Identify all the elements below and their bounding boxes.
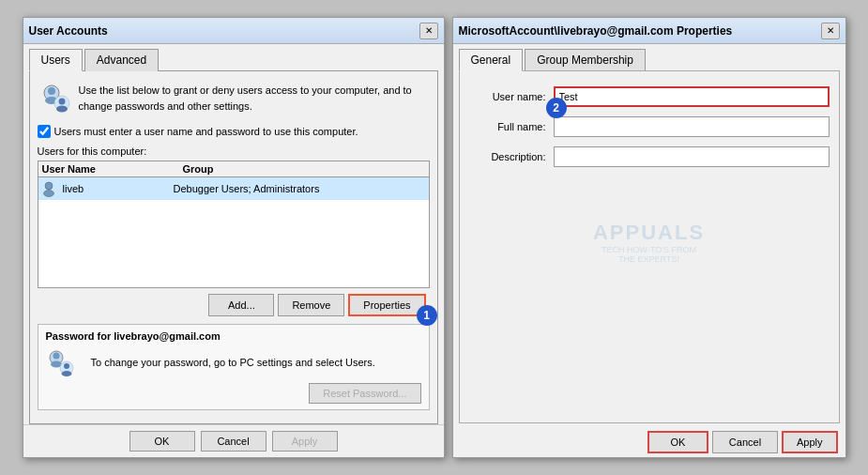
remove-button[interactable]: Remove: [278, 294, 344, 316]
description-row: Description:: [469, 146, 830, 167]
watermark-line1: APPUALS: [593, 221, 705, 245]
left-tab-bar: Users Advanced: [23, 44, 444, 70]
tab-general[interactable]: General: [459, 49, 524, 71]
left-ok-button[interactable]: OK: [129, 431, 195, 452]
username-input[interactable]: [554, 86, 830, 107]
fullname-input[interactable]: [554, 116, 830, 137]
right-cancel-button[interactable]: Cancel: [712, 431, 778, 453]
badge-2: 2: [546, 98, 567, 118]
row-group: Debugger Users; Administrators: [174, 183, 425, 194]
left-title-buttons: ✕: [419, 23, 438, 39]
left-apply-button[interactable]: Apply: [272, 431, 338, 452]
left-tab-content: Use the list below to grant or deny user…: [29, 70, 438, 424]
svg-point-6: [45, 182, 53, 190]
properties-dialog: MicrosoftAccount\livebrayo@gmail.com Pro…: [452, 17, 846, 458]
table-action-buttons: Add... Remove Properties 1: [38, 294, 430, 316]
right-bottom-buttons: OK Cancel Apply: [453, 427, 845, 457]
left-close-button[interactable]: ✕: [419, 23, 438, 39]
password-text: To change your password, go to PC settin…: [91, 357, 421, 368]
left-dialog-title: User Accounts: [29, 24, 108, 38]
header-group: Group: [183, 163, 425, 175]
users-table: User Name Group liveb Debugger Users; Ad…: [38, 161, 430, 288]
tab-users[interactable]: Users: [29, 49, 83, 71]
row-username: liveb: [63, 183, 84, 194]
appuals-watermark: APPUALS TECH HOW-TO'S FROM THE EXPERTS!: [593, 221, 705, 264]
svg-point-5: [56, 106, 68, 113]
user-icon: [41, 83, 71, 113]
left-bottom-buttons: OK Cancel Apply: [23, 424, 444, 457]
left-cancel-button[interactable]: Cancel: [201, 431, 266, 452]
fullname-row: Full name:: [469, 116, 830, 137]
username-label: User name:: [469, 91, 554, 102]
svg-point-7: [43, 191, 53, 197]
left-title-bar: User Accounts ✕: [23, 18, 444, 44]
info-text: Use the list below to grant or deny user…: [79, 83, 426, 114]
header-username: User Name: [42, 163, 183, 175]
svg-point-1: [48, 87, 55, 95]
password-icon: [46, 347, 76, 377]
tab-group-membership[interactable]: Group Membership: [525, 49, 646, 71]
checkbox-row: Users must enter a user name and passwor…: [38, 125, 430, 138]
description-label: Description:: [469, 151, 554, 162]
username-row: User name: 2: [469, 86, 830, 107]
desktop: User Accounts ✕ Users Advanced: [0, 0, 868, 475]
must-login-checkbox[interactable]: [38, 125, 51, 138]
password-title: Password for livebrayo@gmail.com: [46, 330, 421, 342]
close-icon: ✕: [425, 25, 433, 36]
tab-advanced[interactable]: Advanced: [84, 49, 159, 71]
right-title-bar: MicrosoftAccount\livebrayo@gmail.com Pro…: [453, 18, 845, 44]
users-section-label: Users for this computer:: [38, 146, 430, 157]
fullname-label: Full name:: [469, 121, 554, 132]
right-apply-button[interactable]: Apply: [782, 431, 838, 453]
right-tab-bar: General Group Membership: [453, 44, 845, 70]
password-section: Password for livebrayo@gmail.com To chan…: [38, 324, 430, 410]
svg-point-9: [53, 353, 59, 360]
properties-button[interactable]: Properties: [348, 294, 425, 316]
table-row[interactable]: liveb Debugger Users; Administrators: [38, 177, 429, 200]
reset-password-button[interactable]: Reset Password...: [309, 383, 420, 404]
info-box: Use the list below to grant or deny user…: [38, 79, 430, 117]
table-header: User Name Group: [38, 161, 429, 177]
watermark-line3: THE EXPERTS!: [593, 254, 705, 264]
add-button[interactable]: Add...: [208, 294, 274, 316]
badge-1: 1: [417, 305, 437, 326]
right-dialog-title: MicrosoftAccount\livebrayo@gmail.com Pro…: [459, 24, 733, 38]
checkbox-label: Users must enter a user name and passwor…: [54, 126, 358, 137]
right-title-buttons: ✕: [821, 23, 840, 39]
row-user-icon: [42, 180, 59, 197]
description-input[interactable]: [554, 146, 830, 167]
right-close-button[interactable]: ✕: [821, 23, 840, 39]
user-accounts-dialog: User Accounts ✕ Users Advanced: [23, 17, 445, 458]
right-tab-content: APPUALS TECH HOW-TO'S FROM THE EXPERTS! …: [459, 70, 840, 423]
password-row: To change your password, go to PC settin…: [46, 347, 421, 377]
close-icon: ✕: [827, 25, 834, 36]
right-ok-button[interactable]: OK: [647, 431, 708, 453]
svg-point-4: [58, 99, 65, 105]
watermark-line2: TECH HOW-TO'S FROM: [593, 245, 705, 254]
svg-point-13: [61, 371, 71, 376]
svg-point-12: [64, 363, 69, 369]
